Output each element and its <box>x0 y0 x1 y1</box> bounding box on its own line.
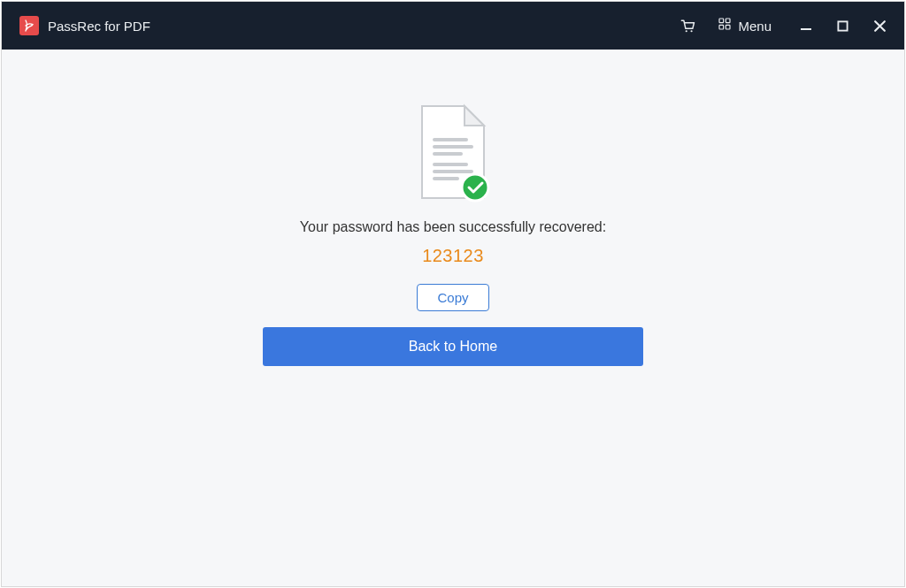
titlebar-right: Menu <box>675 13 890 38</box>
close-button[interactable] <box>870 16 890 36</box>
success-message: Your password has been successfully reco… <box>300 219 606 235</box>
main-content: Your password has been successfully reco… <box>2 50 904 586</box>
maximize-button[interactable] <box>833 17 852 35</box>
menu-grid-icon <box>718 17 732 34</box>
titlebar-left: PassRec for PDF <box>19 16 150 35</box>
recovered-password: 123123 <box>422 246 484 266</box>
svg-rect-15 <box>433 177 459 180</box>
copy-button[interactable]: Copy <box>417 284 488 311</box>
cart-icon[interactable] <box>675 13 700 38</box>
app-window: PassRec for PDF M <box>1 1 905 587</box>
titlebar: PassRec for PDF M <box>2 2 904 50</box>
svg-point-1 <box>691 30 693 32</box>
svg-rect-3 <box>726 19 731 23</box>
menu-button[interactable]: Menu <box>716 13 773 38</box>
document-success-icon <box>413 103 493 200</box>
svg-rect-4 <box>719 25 724 29</box>
svg-rect-7 <box>838 21 847 30</box>
svg-point-16 <box>462 174 488 201</box>
svg-rect-10 <box>433 138 468 141</box>
svg-rect-5 <box>726 25 731 29</box>
svg-rect-14 <box>433 170 473 173</box>
menu-label: Menu <box>738 19 772 34</box>
minimize-button[interactable] <box>796 16 816 35</box>
back-to-home-button[interactable]: Back to Home <box>263 327 643 366</box>
app-title: PassRec for PDF <box>48 19 150 34</box>
svg-rect-6 <box>801 28 811 30</box>
svg-rect-13 <box>433 163 468 166</box>
svg-rect-12 <box>433 152 463 156</box>
app-logo-icon <box>19 16 39 35</box>
svg-rect-2 <box>719 19 724 23</box>
window-controls <box>796 16 890 36</box>
svg-rect-11 <box>433 145 473 149</box>
svg-point-0 <box>686 30 687 32</box>
